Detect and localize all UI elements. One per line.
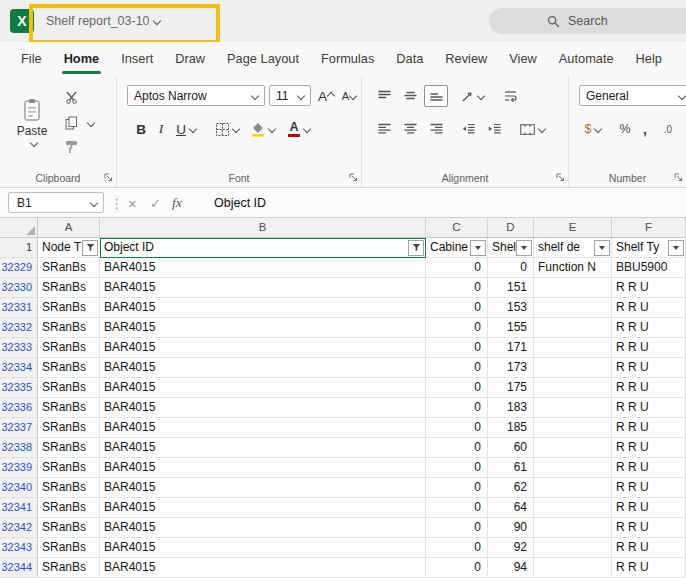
filter-dropdown-icon[interactable] bbox=[470, 240, 486, 256]
cell-cabinet[interactable]: 0 bbox=[426, 538, 488, 558]
cell-shelf-type[interactable]: R R U bbox=[612, 438, 686, 458]
menu-tab-data[interactable]: Data bbox=[385, 42, 434, 76]
menu-tab-formulas[interactable]: Formulas bbox=[310, 42, 385, 76]
menu-tab-view[interactable]: View bbox=[498, 42, 548, 76]
borders-button[interactable] bbox=[211, 118, 243, 140]
cell-shelf-type[interactable]: R R U bbox=[612, 478, 686, 498]
cell-cabinet[interactable]: 0 bbox=[426, 298, 488, 318]
search-box[interactable]: Search bbox=[489, 8, 686, 34]
cell-cabinet[interactable]: 0 bbox=[426, 498, 488, 518]
alignment-dialog-launcher-icon[interactable] bbox=[556, 173, 565, 182]
cell-shelf-desc[interactable] bbox=[534, 418, 612, 438]
cell-object-id[interactable]: BAR4015 bbox=[100, 338, 426, 358]
cell-cabinet[interactable]: 0 bbox=[426, 398, 488, 418]
header-cell-shelf[interactable]: Shelf bbox=[488, 238, 534, 258]
enter-icon[interactable]: ✓ bbox=[150, 188, 161, 218]
number-format-combo[interactable]: General bbox=[579, 85, 686, 106]
cell-shelf-type[interactable]: R R U bbox=[612, 278, 686, 298]
row-number[interactable]: 32330 bbox=[0, 278, 38, 298]
cell-node-type[interactable]: SRanBs bbox=[38, 458, 100, 478]
increase-decimal-button[interactable]: .0 bbox=[657, 118, 679, 140]
font-size-combo[interactable]: 11 bbox=[269, 85, 311, 106]
cell-node-type[interactable]: SRanBs bbox=[38, 278, 100, 298]
cell-shelf-desc[interactable] bbox=[534, 438, 612, 458]
format-painter-button[interactable] bbox=[62, 138, 80, 156]
cell-shelf-type[interactable]: R R U bbox=[612, 538, 686, 558]
cell-object-id[interactable]: BAR4015 bbox=[100, 318, 426, 338]
cell-node-type[interactable]: SRanBs bbox=[38, 358, 100, 378]
top-align-button[interactable] bbox=[372, 85, 396, 107]
font-name-combo[interactable]: Aptos Narrow bbox=[127, 85, 265, 106]
row-number[interactable]: 32336 bbox=[0, 398, 38, 418]
shrink-font-button[interactable]: A bbox=[338, 85, 360, 107]
row-number[interactable]: 32331 bbox=[0, 298, 38, 318]
column-header-c[interactable]: C bbox=[426, 218, 488, 238]
menu-tab-review[interactable]: Review bbox=[434, 42, 498, 76]
cell-node-type[interactable]: SRanBs bbox=[38, 298, 100, 318]
cell-shelf-desc[interactable] bbox=[534, 458, 612, 478]
menu-tab-automate[interactable]: Automate bbox=[548, 42, 625, 76]
header-cell-cabinet[interactable]: Cabine bbox=[426, 238, 488, 258]
bottom-align-button[interactable] bbox=[424, 85, 448, 107]
cell-object-id[interactable]: BAR4015 bbox=[100, 278, 426, 298]
cell-shelf[interactable]: 61 bbox=[488, 458, 534, 478]
cell-shelf[interactable]: 94 bbox=[488, 558, 534, 578]
cell-shelf-desc[interactable] bbox=[534, 518, 612, 538]
formula-bar-value[interactable]: Object ID bbox=[214, 188, 266, 218]
cell-object-id[interactable]: BAR4015 bbox=[100, 258, 426, 278]
cell-cabinet[interactable]: 0 bbox=[426, 418, 488, 438]
column-header-d[interactable]: D bbox=[488, 218, 534, 238]
menu-tab-draw[interactable]: Draw bbox=[164, 42, 216, 76]
cell-shelf[interactable]: 60 bbox=[488, 438, 534, 458]
cell-shelf-type[interactable]: R R U bbox=[612, 398, 686, 418]
filter-dropdown-icon[interactable] bbox=[594, 240, 610, 256]
row-number[interactable]: 32341 bbox=[0, 498, 38, 518]
cell-shelf-desc[interactable] bbox=[534, 378, 612, 398]
cell-node-type[interactable]: SRanBs bbox=[38, 558, 100, 578]
header-cell-shelf-type[interactable]: Shelf Ty bbox=[612, 238, 686, 258]
row-number[interactable]: 32333 bbox=[0, 338, 38, 358]
cell-shelf-type[interactable]: R R U bbox=[612, 498, 686, 518]
cell-cabinet[interactable]: 0 bbox=[426, 318, 488, 338]
filter-funnel-icon[interactable] bbox=[408, 240, 424, 256]
cell-shelf[interactable]: 92 bbox=[488, 538, 534, 558]
paste-button[interactable]: Paste bbox=[8, 84, 56, 160]
cell-node-type[interactable]: SRanBs bbox=[38, 538, 100, 558]
row-number[interactable]: 32335 bbox=[0, 378, 38, 398]
insert-function-icon[interactable]: fx bbox=[172, 188, 182, 218]
cell-node-type[interactable]: SRanBs bbox=[38, 378, 100, 398]
align-right-button[interactable] bbox=[424, 118, 448, 140]
cell-shelf[interactable]: 64 bbox=[488, 498, 534, 518]
cell-node-type[interactable]: SRanBs bbox=[38, 398, 100, 418]
cell-shelf[interactable]: 62 bbox=[488, 478, 534, 498]
column-header-b[interactable]: B bbox=[100, 218, 426, 238]
row-number[interactable]: 32338 bbox=[0, 438, 38, 458]
workbook-title[interactable]: Shelf report_03-10 bbox=[46, 0, 160, 42]
header-cell-node-type[interactable]: Node T bbox=[38, 238, 100, 258]
percent-style-button[interactable]: % bbox=[615, 118, 635, 140]
cell-cabinet[interactable]: 0 bbox=[426, 258, 488, 278]
cell-shelf-type[interactable]: R R U bbox=[612, 458, 686, 478]
cell-node-type[interactable]: SRanBs bbox=[38, 498, 100, 518]
menu-tab-home[interactable]: Home bbox=[53, 42, 111, 76]
comma-style-button[interactable]: , bbox=[637, 118, 653, 140]
column-header-e[interactable]: E bbox=[534, 218, 612, 238]
header-cell-object-id[interactable]: Object ID bbox=[100, 238, 426, 258]
cell-shelf-desc[interactable] bbox=[534, 498, 612, 518]
align-left-button[interactable] bbox=[372, 118, 396, 140]
cell-shelf[interactable]: 155 bbox=[488, 318, 534, 338]
cell-object-id[interactable]: BAR4015 bbox=[100, 298, 426, 318]
row-number[interactable]: 32339 bbox=[0, 458, 38, 478]
align-center-button[interactable] bbox=[398, 118, 422, 140]
cancel-icon[interactable]: × bbox=[128, 188, 137, 218]
grow-font-button[interactable]: A bbox=[315, 85, 337, 107]
clipboard-dialog-launcher-icon[interactable] bbox=[104, 173, 113, 182]
cell-cabinet[interactable]: 0 bbox=[426, 358, 488, 378]
menu-tab-page-layout[interactable]: Page Layout bbox=[216, 42, 310, 76]
column-header-a[interactable]: A bbox=[38, 218, 100, 238]
cell-object-id[interactable]: BAR4015 bbox=[100, 538, 426, 558]
cell-cabinet[interactable]: 0 bbox=[426, 438, 488, 458]
row-number[interactable]: 32343 bbox=[0, 538, 38, 558]
fill-color-button[interactable] bbox=[247, 118, 279, 140]
bold-button[interactable]: B bbox=[131, 118, 151, 140]
